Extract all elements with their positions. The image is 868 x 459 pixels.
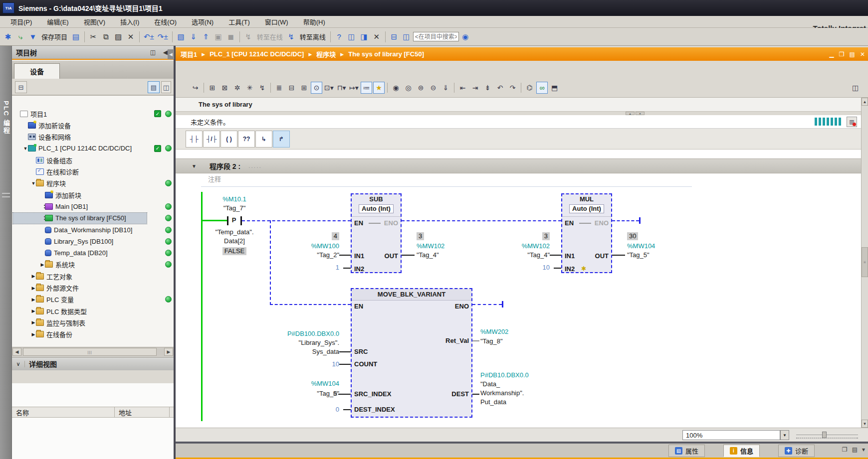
print-icon[interactable]: ▤ — [70, 30, 82, 43]
paste-icon[interactable]: ▨ — [112, 30, 124, 43]
overview-view-icon[interactable]: ◫ — [161, 81, 171, 93]
mul-in1-pin[interactable]: IN1 — [565, 252, 575, 260]
go-online-icon[interactable]: ↯ — [242, 30, 254, 43]
gear-2-icon[interactable]: ✳ — [244, 82, 255, 94]
details-view-icon[interactable]: ▤ — [148, 81, 160, 93]
call-env-icon[interactable]: ⊝ — [428, 82, 439, 94]
breadcrumb-item-1[interactable]: PLC_1 [CPU 1214C DC/DC/DC] — [210, 50, 304, 58]
dock-icon[interactable]: ▤ — [850, 51, 855, 58]
menu-item-3[interactable]: 插入(I) — [113, 15, 147, 28]
tree-item-PLC-变量[interactable]: ▶PLC 变量 — [12, 294, 174, 305]
move-src-pin[interactable]: SRC — [354, 348, 368, 356]
mul-out-tag[interactable]: "Tag_5" — [627, 251, 650, 259]
sub-eno-pin[interactable]: ENO — [384, 219, 398, 227]
tree-horizontal-scrollbar[interactable]: ◀ ||| ▶ — [12, 347, 174, 356]
collapse-panel-icon[interactable]: ◀ — [163, 49, 168, 56]
sub-out-tag[interactable]: "Tag_4" — [417, 251, 439, 259]
menu-item-4[interactable]: 在线(O) — [147, 15, 184, 28]
coil-icon[interactable]: ( ) — [220, 131, 237, 148]
menu-item-5[interactable]: 选项(N) — [184, 15, 221, 28]
editor-vertical-scrollbar[interactable]: ▲ ≡ ▼ — [861, 98, 868, 428]
go-offline-icon[interactable]: ↯ — [285, 30, 297, 43]
tree-item-Temp_data--DB20-[interactable]: Temp_data [DB20] — [12, 248, 174, 259]
move-src-name[interactable]: "Library_Sys". — [271, 339, 339, 347]
move-ret-val-address[interactable]: %MW202 — [480, 328, 508, 336]
go-online-label[interactable]: 转至在线 — [255, 32, 285, 41]
zoom-slider-thumb[interactable] — [822, 432, 827, 438]
tree-item-在线和诊断[interactable]: 在线和诊断 — [12, 166, 174, 177]
move-src-index-pin[interactable]: SRC_INDEX — [354, 390, 391, 398]
goto-def-icon[interactable]: ⇥ — [469, 82, 481, 94]
window-1-icon[interactable]: ◫ — [346, 30, 358, 43]
delete-icon[interactable]: ✕ — [125, 30, 137, 43]
sub-out-address[interactable]: %MW102 — [417, 242, 444, 250]
step-icon[interactable]: ⇟ — [482, 82, 493, 94]
copy-icon[interactable]: ⧉ — [100, 30, 112, 43]
tab-diagnostics[interactable]: ✚诊断 — [778, 445, 815, 457]
chevron-down-icon[interactable]: ▼ — [31, 181, 36, 186]
save-project-label[interactable]: 保存项目 — [39, 32, 69, 41]
download-icon[interactable]: ⇓ — [188, 30, 200, 43]
mul-en-pin[interactable]: EN — [565, 219, 574, 227]
configure-tree-icon[interactable]: ⊟ — [15, 81, 27, 93]
sub-in1-tag[interactable]: "Tag_2" — [271, 251, 339, 259]
detail-view-header[interactable]: ∨ 详细视图 — [12, 357, 174, 370]
insert-network-icon[interactable]: ⊞ — [207, 82, 218, 94]
network-comment-dots[interactable]: ..... — [248, 162, 262, 169]
move-dest-pin[interactable]: DEST — [451, 390, 469, 398]
project-search-input[interactable] — [413, 32, 459, 41]
connection-icon[interactable]: ↯ — [256, 82, 268, 94]
chevron-right-icon[interactable]: ▶ — [31, 320, 36, 325]
goto-block-icon[interactable]: ↪ — [190, 82, 201, 94]
call-structure-icon[interactable]: ⊜ — [415, 82, 427, 94]
mul-in2-pin[interactable]: IN2 — [565, 265, 575, 273]
contact-address[interactable]: %M10.1 — [210, 195, 259, 203]
move-src-index-tag[interactable]: "Tag_5" — [271, 390, 339, 398]
lock-icon[interactable]: ⬒ — [549, 82, 560, 94]
tree-item-程序块[interactable]: ▼程序块 — [12, 178, 174, 189]
move-blk-variant-block[interactable]: MOVE_BLK_VARIANT EN ENO SRC COUNT SRC_IN… — [351, 288, 472, 418]
expand-networks-icon[interactable]: ⊟ — [286, 82, 297, 94]
tree-item-Main--OB1-[interactable]: Main [OB1] — [12, 201, 174, 212]
chevron-down-icon[interactable]: ▼ — [23, 146, 28, 151]
move-ret-val-tag[interactable]: "Tag_8" — [480, 337, 503, 345]
restore-pane-icon[interactable]: ❐ — [842, 446, 848, 453]
compile-icon[interactable]: ▧ — [175, 30, 187, 43]
dock-pane-icon[interactable]: ▤ — [852, 446, 858, 453]
sub-in2-pin[interactable]: IN2 — [354, 265, 364, 273]
scroll-up-icon[interactable]: ▲ — [862, 98, 868, 106]
toggle-comments-icon[interactable]: ⊙ — [311, 82, 322, 94]
mul-in2-value[interactable]: 10 — [482, 264, 550, 272]
network-collapse-icon[interactable]: ▼ — [192, 163, 197, 169]
contact-operand-line1[interactable]: "Temp_data". — [205, 228, 264, 236]
tree-item-设备组态[interactable]: 设备组态 — [12, 154, 174, 165]
sub-in1-pin[interactable]: IN1 — [354, 252, 364, 260]
nav-back-icon[interactable]: ↶ — [494, 82, 506, 94]
minimize-icon[interactable]: ▁ — [830, 51, 834, 58]
tree-item-工艺对象[interactable]: ▶工艺对象 — [12, 271, 174, 282]
align-icon[interactable]: ≣ — [273, 82, 285, 94]
nav-fwd-icon[interactable]: ↷ — [507, 82, 518, 94]
move-dest-index-pin[interactable]: DEST_INDEX — [354, 406, 395, 414]
network-comment[interactable]: 注释 — [208, 175, 221, 183]
split-vertical-icon[interactable]: ◫ — [401, 30, 413, 43]
symbolic-view-icon[interactable]: ≔ — [361, 82, 372, 94]
tree-item-添加新块[interactable]: 添加新块 — [12, 189, 174, 200]
scroll-right-icon[interactable]: ▶ — [164, 348, 173, 356]
move-count-value[interactable]: 10 — [271, 360, 339, 368]
mul-out-pin[interactable]: OUT — [595, 252, 609, 260]
insert-operand-icon[interactable]: ⊓▾ — [336, 82, 347, 94]
tree-item-添加新设备[interactable]: 添加新设备 — [12, 120, 174, 131]
stop-cpu-icon[interactable]: ◼ — [225, 30, 237, 43]
menu-item-8[interactable]: 帮助(H) — [296, 15, 333, 28]
gear-1-icon[interactable]: ✲ — [231, 82, 243, 94]
tree-item-Library_Sys--DB100-[interactable]: Library_Sys [DB100] — [12, 236, 174, 247]
breakpoint-on-icon[interactable]: ◉ — [390, 82, 402, 94]
move-dest-member[interactable]: Put_data — [480, 398, 506, 406]
monitoring-icon[interactable]: ∞ — [536, 82, 548, 94]
close-icon[interactable]: ✕ — [860, 51, 865, 58]
contact-nc-icon[interactable]: ┤/├ — [203, 131, 220, 148]
mul-eno-pin[interactable]: ENO — [595, 219, 609, 227]
move-eno-pin[interactable]: ENO — [455, 303, 469, 310]
network-header[interactable]: ▼ 程序段 2 : ..... — [176, 158, 861, 173]
